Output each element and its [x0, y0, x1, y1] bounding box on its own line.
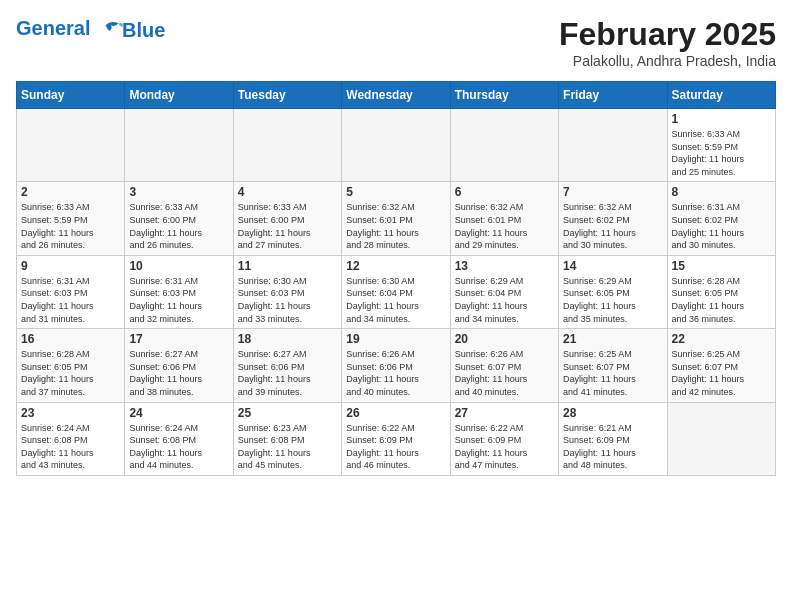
day-info: Sunrise: 6:32 AM Sunset: 6:02 PM Dayligh… — [563, 201, 662, 251]
calendar-cell — [667, 402, 775, 475]
calendar-cell: 21Sunrise: 6:25 AM Sunset: 6:07 PM Dayli… — [559, 329, 667, 402]
day-info: Sunrise: 6:24 AM Sunset: 6:08 PM Dayligh… — [129, 422, 228, 472]
day-number: 11 — [238, 259, 337, 273]
calendar-week-row: 9Sunrise: 6:31 AM Sunset: 6:03 PM Daylig… — [17, 255, 776, 328]
calendar-cell: 22Sunrise: 6:25 AM Sunset: 6:07 PM Dayli… — [667, 329, 775, 402]
day-number: 7 — [563, 185, 662, 199]
day-info: Sunrise: 6:21 AM Sunset: 6:09 PM Dayligh… — [563, 422, 662, 472]
weekday-header: Sunday — [17, 82, 125, 109]
day-number: 25 — [238, 406, 337, 420]
day-number: 3 — [129, 185, 228, 199]
day-number: 16 — [21, 332, 120, 346]
day-info: Sunrise: 6:25 AM Sunset: 6:07 PM Dayligh… — [563, 348, 662, 398]
calendar-cell: 8Sunrise: 6:31 AM Sunset: 6:02 PM Daylig… — [667, 182, 775, 255]
day-info: Sunrise: 6:30 AM Sunset: 6:04 PM Dayligh… — [346, 275, 445, 325]
calendar-cell: 9Sunrise: 6:31 AM Sunset: 6:03 PM Daylig… — [17, 255, 125, 328]
calendar-cell: 20Sunrise: 6:26 AM Sunset: 6:07 PM Dayli… — [450, 329, 558, 402]
day-number: 15 — [672, 259, 771, 273]
day-number: 24 — [129, 406, 228, 420]
day-info: Sunrise: 6:28 AM Sunset: 6:05 PM Dayligh… — [21, 348, 120, 398]
calendar-cell: 23Sunrise: 6:24 AM Sunset: 6:08 PM Dayli… — [17, 402, 125, 475]
calendar-week-row: 23Sunrise: 6:24 AM Sunset: 6:08 PM Dayli… — [17, 402, 776, 475]
day-info: Sunrise: 6:27 AM Sunset: 6:06 PM Dayligh… — [129, 348, 228, 398]
calendar-week-row: 2Sunrise: 6:33 AM Sunset: 5:59 PM Daylig… — [17, 182, 776, 255]
day-info: Sunrise: 6:29 AM Sunset: 6:04 PM Dayligh… — [455, 275, 554, 325]
day-info: Sunrise: 6:31 AM Sunset: 6:02 PM Dayligh… — [672, 201, 771, 251]
calendar-cell: 2Sunrise: 6:33 AM Sunset: 5:59 PM Daylig… — [17, 182, 125, 255]
calendar-cell: 26Sunrise: 6:22 AM Sunset: 6:09 PM Dayli… — [342, 402, 450, 475]
day-info: Sunrise: 6:31 AM Sunset: 6:03 PM Dayligh… — [129, 275, 228, 325]
calendar-week-row: 1Sunrise: 6:33 AM Sunset: 5:59 PM Daylig… — [17, 109, 776, 182]
day-number: 21 — [563, 332, 662, 346]
calendar-cell — [17, 109, 125, 182]
day-info: Sunrise: 6:29 AM Sunset: 6:05 PM Dayligh… — [563, 275, 662, 325]
day-info: Sunrise: 6:22 AM Sunset: 6:09 PM Dayligh… — [455, 422, 554, 472]
day-info: Sunrise: 6:33 AM Sunset: 6:00 PM Dayligh… — [238, 201, 337, 251]
weekday-header: Monday — [125, 82, 233, 109]
day-info: Sunrise: 6:30 AM Sunset: 6:03 PM Dayligh… — [238, 275, 337, 325]
day-number: 26 — [346, 406, 445, 420]
day-info: Sunrise: 6:26 AM Sunset: 6:06 PM Dayligh… — [346, 348, 445, 398]
weekday-header: Thursday — [450, 82, 558, 109]
weekday-header: Wednesday — [342, 82, 450, 109]
day-number: 8 — [672, 185, 771, 199]
day-info: Sunrise: 6:33 AM Sunset: 6:00 PM Dayligh… — [129, 201, 228, 251]
day-info: Sunrise: 6:28 AM Sunset: 6:05 PM Dayligh… — [672, 275, 771, 325]
calendar-cell: 17Sunrise: 6:27 AM Sunset: 6:06 PM Dayli… — [125, 329, 233, 402]
calendar-cell — [342, 109, 450, 182]
day-number: 27 — [455, 406, 554, 420]
calendar-cell: 6Sunrise: 6:32 AM Sunset: 6:01 PM Daylig… — [450, 182, 558, 255]
calendar-cell: 11Sunrise: 6:30 AM Sunset: 6:03 PM Dayli… — [233, 255, 341, 328]
day-info: Sunrise: 6:33 AM Sunset: 5:59 PM Dayligh… — [21, 201, 120, 251]
day-number: 19 — [346, 332, 445, 346]
day-number: 1 — [672, 112, 771, 126]
calendar-cell: 5Sunrise: 6:32 AM Sunset: 6:01 PM Daylig… — [342, 182, 450, 255]
day-info: Sunrise: 6:32 AM Sunset: 6:01 PM Dayligh… — [455, 201, 554, 251]
calendar-cell: 28Sunrise: 6:21 AM Sunset: 6:09 PM Dayli… — [559, 402, 667, 475]
weekday-header-row: SundayMondayTuesdayWednesdayThursdayFrid… — [17, 82, 776, 109]
day-number: 28 — [563, 406, 662, 420]
weekday-header: Friday — [559, 82, 667, 109]
calendar-cell — [559, 109, 667, 182]
day-number: 4 — [238, 185, 337, 199]
weekday-header: Tuesday — [233, 82, 341, 109]
day-number: 22 — [672, 332, 771, 346]
day-info: Sunrise: 6:31 AM Sunset: 6:03 PM Dayligh… — [21, 275, 120, 325]
calendar-cell: 13Sunrise: 6:29 AM Sunset: 6:04 PM Dayli… — [450, 255, 558, 328]
day-info: Sunrise: 6:26 AM Sunset: 6:07 PM Dayligh… — [455, 348, 554, 398]
calendar-cell: 12Sunrise: 6:30 AM Sunset: 6:04 PM Dayli… — [342, 255, 450, 328]
day-info: Sunrise: 6:24 AM Sunset: 6:08 PM Dayligh… — [21, 422, 120, 472]
calendar-cell: 14Sunrise: 6:29 AM Sunset: 6:05 PM Dayli… — [559, 255, 667, 328]
weekday-header: Saturday — [667, 82, 775, 109]
logo: General Blue — [16, 16, 165, 44]
calendar-cell — [450, 109, 558, 182]
calendar-cell: 10Sunrise: 6:31 AM Sunset: 6:03 PM Dayli… — [125, 255, 233, 328]
day-info: Sunrise: 6:27 AM Sunset: 6:06 PM Dayligh… — [238, 348, 337, 398]
location-subtitle: Palakollu, Andhra Pradesh, India — [559, 53, 776, 69]
day-number: 17 — [129, 332, 228, 346]
day-number: 20 — [455, 332, 554, 346]
logo-line2: Blue — [122, 19, 165, 42]
day-number: 18 — [238, 332, 337, 346]
calendar-cell: 25Sunrise: 6:23 AM Sunset: 6:08 PM Dayli… — [233, 402, 341, 475]
day-number: 5 — [346, 185, 445, 199]
day-number: 2 — [21, 185, 120, 199]
calendar-cell: 24Sunrise: 6:24 AM Sunset: 6:08 PM Dayli… — [125, 402, 233, 475]
day-number: 6 — [455, 185, 554, 199]
month-year-title: February 2025 — [559, 16, 776, 53]
calendar-cell: 27Sunrise: 6:22 AM Sunset: 6:09 PM Dayli… — [450, 402, 558, 475]
day-number: 14 — [563, 259, 662, 273]
calendar-cell: 19Sunrise: 6:26 AM Sunset: 6:06 PM Dayli… — [342, 329, 450, 402]
day-info: Sunrise: 6:23 AM Sunset: 6:08 PM Dayligh… — [238, 422, 337, 472]
calendar-cell — [233, 109, 341, 182]
logo-text: General — [16, 16, 126, 44]
day-number: 13 — [455, 259, 554, 273]
calendar-cell: 18Sunrise: 6:27 AM Sunset: 6:06 PM Dayli… — [233, 329, 341, 402]
calendar-cell: 3Sunrise: 6:33 AM Sunset: 6:00 PM Daylig… — [125, 182, 233, 255]
day-number: 9 — [21, 259, 120, 273]
calendar-cell: 7Sunrise: 6:32 AM Sunset: 6:02 PM Daylig… — [559, 182, 667, 255]
calendar-cell: 4Sunrise: 6:33 AM Sunset: 6:00 PM Daylig… — [233, 182, 341, 255]
day-info: Sunrise: 6:22 AM Sunset: 6:09 PM Dayligh… — [346, 422, 445, 472]
calendar-week-row: 16Sunrise: 6:28 AM Sunset: 6:05 PM Dayli… — [17, 329, 776, 402]
calendar-cell: 16Sunrise: 6:28 AM Sunset: 6:05 PM Dayli… — [17, 329, 125, 402]
